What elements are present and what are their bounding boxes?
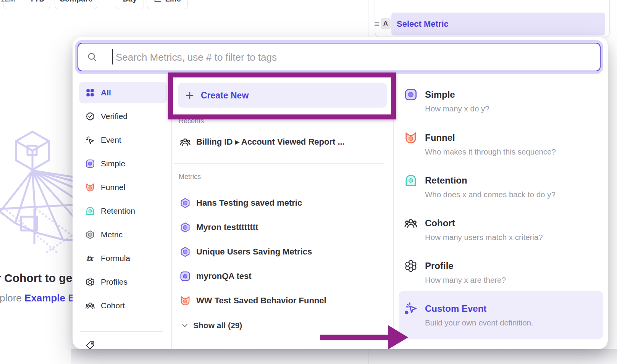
metric-type-description: How many x are there? [425, 274, 506, 286]
popup-shadow-band [71, 349, 617, 364]
example-link[interactable]: Example B [24, 292, 75, 304]
metric-type-title: Funnel [425, 131, 455, 145]
svg-text:fx: fx [86, 254, 94, 262]
list-item-label: Myron testttttttt [196, 222, 258, 232]
saved-metric-icon [179, 222, 191, 233]
metric-type-profile[interactable]: ProfileHow many x are there? [398, 249, 603, 292]
metric-type-cohort[interactable]: CohortHow many users match x criteria? [398, 206, 603, 249]
line-chart-icon [153, 0, 162, 3]
simple-icon [404, 88, 418, 101]
series-badge: A [381, 18, 391, 29]
annotation-highlight-box [168, 72, 396, 119]
sidebar-item-cohort[interactable]: Cohort [79, 295, 167, 316]
text-cursor [112, 49, 113, 64]
list-item-billing-id-account-viewed-report[interactable]: Billing ID ▸ Account Viewed Report ... [179, 131, 386, 153]
simple-icon [179, 271, 191, 282]
profiles-icon [404, 259, 418, 273]
metric-type-title: Cohort [425, 216, 455, 230]
sidebar-item-label: Verified [101, 112, 128, 121]
formula-icon: fx [85, 253, 95, 263]
screen: r Cohort to ge xplore Example B 12M YTD … [0, 0, 617, 364]
date-range-control[interactable]: 12M YTD [3, 0, 50, 9]
search-icon [87, 52, 97, 62]
metric-slot-card: A Select Metric [375, 0, 610, 37]
event-cursor-icon [85, 135, 95, 145]
metric-type-custom-event[interactable]: Custom EventBuild your own event definit… [398, 292, 603, 335]
granularity-day-button[interactable]: Day [116, 0, 144, 9]
show-all-button[interactable]: Show all (29) [180, 316, 242, 335]
tag-icon [85, 340, 95, 349]
metric-type-title: Profile [425, 259, 454, 273]
list-item-myron-testttttttt[interactable]: Myron testttttttt [179, 217, 386, 238]
section-divider [174, 163, 384, 164]
sidebar-item-label: Formula [101, 254, 130, 263]
range-ytd-button[interactable]: YTD [24, 0, 58, 9]
list-item-unique-users-saving-metrics[interactable]: Unique Users Saving Metrics [179, 241, 386, 263]
list-item-label: Unique Users Saving Metrics [196, 247, 312, 257]
sidebar-item-label: Retention [101, 206, 135, 216]
retention-icon [404, 174, 418, 187]
metric-type-funnel[interactable]: FunnelWho makes it through this sequence… [398, 121, 603, 164]
background-heading: r Cohort to ge [0, 272, 72, 285]
metric-type-description: How many x do y? [425, 103, 489, 115]
sidebar-item-all[interactable]: All [79, 82, 167, 103]
funnel-icon [179, 295, 191, 306]
sidebar-item-event[interactable]: Event [79, 129, 167, 151]
compare-button[interactable]: Compare [55, 0, 97, 9]
metric-type-retention[interactable]: RetentionWho does x and comes back to do… [398, 164, 603, 206]
funnel-icon [404, 131, 418, 145]
metrics-header: Metrics [179, 173, 201, 181]
sidebar-divider [80, 331, 163, 332]
metric-type-title: Simple [425, 88, 455, 101]
sidebar-item-verified[interactable]: Verified [79, 106, 167, 127]
sidebar-item-label: Simple [101, 159, 125, 168]
caret-down-icon [46, 0, 53, 2]
drag-handle-icon[interactable] [372, 19, 381, 29]
list-item-myronqa-test[interactable]: myronQA test [179, 266, 386, 287]
sidebar-item-label: Profiles [101, 277, 128, 287]
list-item-label: Billing ID ▸ Account Viewed Report ... [196, 137, 345, 147]
custom-event-icon [404, 302, 418, 316]
list-item-label: WW Test Saved Behavior Funnel [196, 296, 326, 306]
verified-badge-icon [85, 111, 95, 121]
metric-type-description: Who makes it through this sequence? [425, 146, 556, 158]
list-item-hans-testing-saved-metric[interactable]: Hans Testing saved metric [179, 192, 386, 214]
saved-metric-icon [179, 246, 191, 258]
range-12m-button[interactable]: 12M [0, 0, 21, 9]
list-item-label: myronQA test [196, 271, 252, 281]
sidebar-item-label: Event [101, 135, 121, 145]
sidebar-item-retention[interactable]: Retention [79, 200, 167, 222]
chevron-down-icon [180, 321, 189, 330]
search-input[interactable] [115, 43, 590, 71]
list-item-label: Hans Testing saved metric [196, 198, 302, 208]
sidebar-item-label: Funnel [101, 183, 125, 192]
heading-fragment: r [0, 272, 1, 284]
funnel-icon [85, 182, 95, 192]
cohort-icon [404, 216, 418, 230]
subtext-fragment: xplore [0, 292, 22, 304]
sidebar-item-label: Metric [101, 230, 123, 239]
sidebar-item-funnel[interactable]: Funnel [79, 177, 167, 198]
saved-metric-icon [179, 197, 191, 209]
sidebar-item-metric[interactable]: Metric [79, 224, 167, 245]
chart-type-line-button[interactable]: Line [147, 0, 188, 9]
sidebar-item-formula[interactable]: fxFormula [79, 248, 167, 269]
metric-type-title: Custom Event [425, 302, 486, 316]
select-metric-slot[interactable]: Select Metric [391, 13, 605, 35]
list-item-ww-test-saved-behavior-funnel[interactable]: WW Test Saved Behavior Funnel [179, 290, 386, 311]
simple-icon [85, 159, 95, 169]
sidebar-item-profiles[interactable]: Profiles [79, 271, 167, 293]
page-divider-segment [368, 349, 368, 364]
background-subtext: xplore Example B [0, 292, 75, 304]
search-box[interactable] [78, 43, 601, 71]
sidebar-item-simple[interactable]: Simple [79, 153, 167, 174]
metric-hexagon-icon [85, 230, 95, 240]
sidebar-item-item[interactable] [79, 335, 167, 349]
metric-type-description: How many users match x criteria? [425, 231, 543, 243]
metric-type-description: Who does x and comes back to do y? [425, 188, 556, 201]
metric-type-title: Retention [425, 174, 467, 187]
cohort-icon [85, 301, 95, 311]
profiles-icon [85, 277, 95, 287]
metric-type-simple[interactable]: SimpleHow many x do y? [398, 78, 603, 121]
retention-icon [85, 206, 95, 216]
